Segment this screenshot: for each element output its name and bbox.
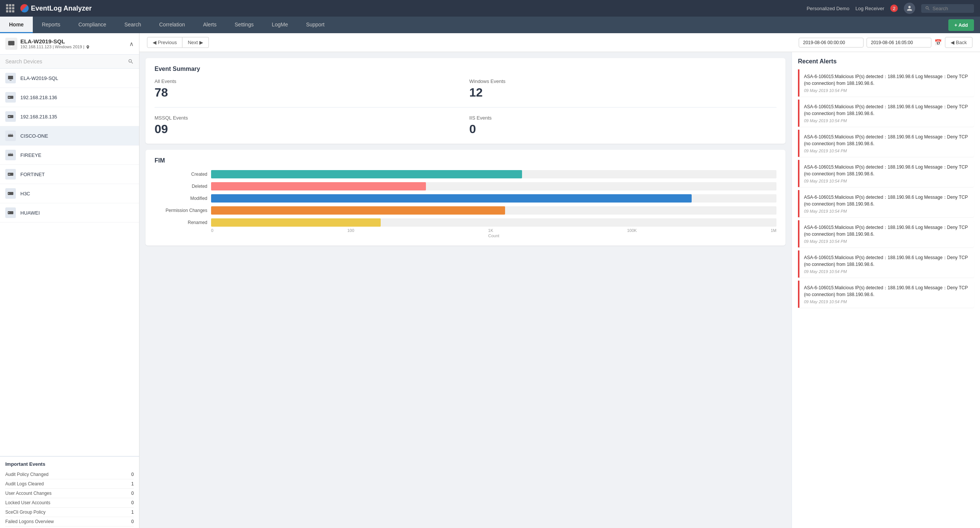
event-stat-value: 09 [154,122,462,136]
nav-search[interactable]: Search [115,17,150,33]
event-stat-label: MSSQL Events [154,115,462,121]
right-panel-alerts: Recent Alerts ASA-6-106015:Malicious IP(… [792,52,980,528]
nav-support[interactable]: Support [297,17,334,33]
event-summary-grid: All Events78Windows Events12MSSQL Events… [154,78,776,136]
alert-time: 09 May 2019 10:54 PM [804,88,969,93]
content-area: ◀ Previous Next ▶ 📅 ◀ Back Event Summary… [140,33,980,528]
device-item-192-218-135[interactable]: 192.168.218.135 [0,107,139,126]
prev-button[interactable]: ◀ Previous [147,37,183,48]
fim-chart: Created Deleted Modified Permission Chan… [154,170,776,227]
topbar-left: EventLog Analyzer [6,4,92,13]
nav-home[interactable]: Home [0,17,33,33]
fim-card: FIM Created Deleted Modified Permission … [145,150,786,246]
device-list: ELA-W2019-SQL 192.168.218.136 192.168.21… [0,69,139,456]
log-receiver-label: Log Receiver [855,6,884,11]
alert-item[interactable]: ASA-6-106015:Malicious IP(s) detected：18… [798,281,974,308]
device-item-fortinet[interactable]: FORTINET [0,165,139,184]
topbar-search[interactable] [921,4,974,13]
event-row[interactable]: SceCli Group Policy 1 [5,508,134,517]
event-row[interactable]: User Account Changes 0 [5,489,134,498]
fim-bar-row: Permission Changes [154,206,776,215]
event-stat-value: 78 [154,86,462,100]
calendar-icon[interactable]: 📅 [934,39,942,46]
nav-reports[interactable]: Reports [33,17,69,33]
event-stat-iis-events: IIS Events0 [469,115,776,136]
nav-correlation[interactable]: Correlation [150,17,194,33]
search-icon [128,59,134,64]
important-events-title: Important Events [5,461,134,467]
fim-bar-fill [211,206,505,215]
event-label: SceCli Group Policy [5,509,46,515]
fim-bar-label: Modified [154,196,207,201]
device-name: 192.168.218.135 [21,114,57,120]
nav-alerts[interactable]: Alerts [194,17,226,33]
device-name: HUAWEI [21,210,40,216]
event-summary-title: Event Summary [154,65,776,72]
notification-button[interactable]: 2 [890,5,898,12]
add-button[interactable]: + Add [948,19,974,31]
axis-title: Count [211,233,776,238]
alert-text: ASA-6-106015:Malicious IP(s) detected：18… [804,254,969,268]
fim-bar-row: Modified [154,194,776,203]
nav-logme[interactable]: LogMe [263,17,297,33]
device-item-huawei[interactable]: HUAWEI [0,203,139,223]
alert-item[interactable]: ASA-6-106015:Malicious IP(s) detected：18… [798,100,974,127]
fim-bar-fill [211,170,522,179]
alert-item[interactable]: ASA-6-106015:Malicious IP(s) detected：18… [798,190,974,217]
event-row[interactable]: Audit Policy Changed 0 [5,470,134,479]
user-avatar[interactable] [904,3,915,14]
fim-bar-fill [211,182,426,190]
event-summary-card: Event Summary All Events78Windows Events… [145,58,786,144]
sidebar: ELA-W2019-SQL 192.168.111.123 | Windows … [0,33,140,528]
alert-time: 09 May 2019 10:54 PM [804,179,969,183]
event-row[interactable]: Locked User Accounts 0 [5,498,134,508]
fim-bar-label: Permission Changes [154,208,207,213]
event-row[interactable]: Audit Logs Cleared 1 [5,479,134,489]
svg-rect-1 [8,76,13,79]
device-item-ela-w2019[interactable]: ELA-W2019-SQL [0,69,139,88]
event-stat-label: All Events [154,78,462,84]
alert-item[interactable]: ASA-6-106015:Malicious IP(s) detected：18… [798,69,974,97]
grid-icon[interactable] [6,4,14,13]
date-range: 📅 ◀ Back [799,37,972,48]
alert-item[interactable]: ASA-6-106015:Malicious IP(s) detected：18… [798,220,974,247]
event-label: Failed Logons Overview [5,519,54,524]
alert-time: 09 May 2019 10:54 PM [804,269,969,274]
middle-panel: Event Summary All Events78Windows Events… [140,52,792,528]
svg-point-7 [10,116,10,117]
next-button[interactable]: Next ▶ [183,37,208,48]
event-count: 0 [131,472,134,477]
alert-item[interactable]: ASA-6-106015:Malicious IP(s) detected：18… [798,250,974,278]
nav-settings[interactable]: Settings [226,17,263,33]
topbar-search-input[interactable] [932,6,970,11]
device-item-h3c[interactable]: H3C [0,184,139,203]
event-count: 1 [131,509,134,515]
alert-text: ASA-6-106015:Malicious IP(s) detected：18… [804,73,969,87]
sidebar-collapse-button[interactable]: ∧ [129,40,134,48]
dashboard: Event Summary All Events78Windows Events… [140,52,980,528]
axis-label: 1M [771,228,776,233]
content-header: ◀ Previous Next ▶ 📅 ◀ Back [140,33,980,52]
device-icon-cisco [5,131,16,141]
alert-item[interactable]: ASA-6-106015:Malicious IP(s) detected：18… [798,130,974,157]
device-item-fireeye[interactable]: FIREEYE [0,145,139,165]
search-devices-bar [0,55,139,69]
search-devices-input[interactable] [5,59,125,64]
device-item-192-218-136[interactable]: 192.168.218.136 [0,88,139,107]
fim-bar-container [211,194,776,203]
event-stat-mssql-events: MSSQL Events09 [154,115,462,136]
personalized-demo-label: Personalized Demo [807,6,849,11]
fim-title: FIM [154,157,776,164]
event-row[interactable]: Failed Logons Overview 0 [5,517,134,526]
nav-right: + Add [948,17,980,33]
date-end-input[interactable] [867,38,931,48]
svg-point-18 [10,174,10,175]
alert-item[interactable]: ASA-6-106015:Malicious IP(s) detected：18… [798,160,974,187]
nav-compliance[interactable]: Compliance [69,17,115,33]
date-start-input[interactable] [799,38,864,48]
event-stat-value: 0 [469,122,776,136]
fim-bar-fill [211,219,381,227]
back-button[interactable]: ◀ Back [945,37,972,48]
device-icon-windows [5,73,16,83]
device-item-cisco[interactable]: CISCO-ONE [0,126,139,145]
